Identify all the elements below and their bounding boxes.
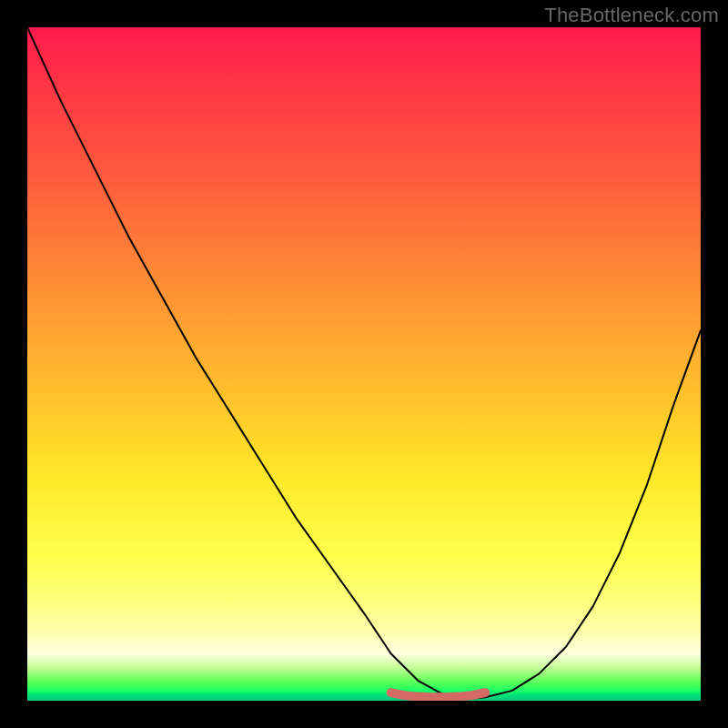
- ideal-match-band: [391, 693, 486, 697]
- bottleneck-curve: [27, 27, 701, 699]
- watermark-text: TheBottleneck.com: [544, 4, 719, 27]
- chart-frame: TheBottleneck.com: [0, 0, 728, 728]
- curve-overlay: [27, 27, 701, 701]
- plot-area: [27, 27, 701, 701]
